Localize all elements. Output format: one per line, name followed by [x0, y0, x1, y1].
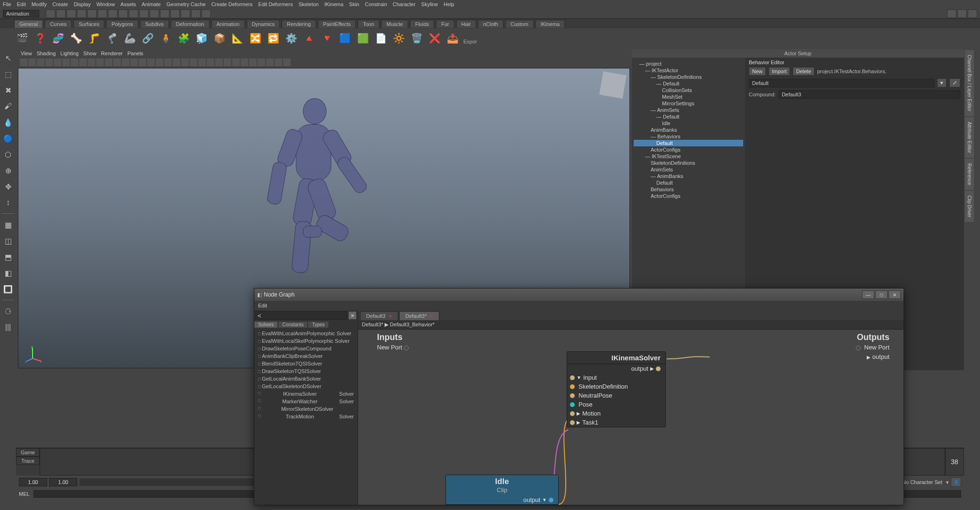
node-graph-edit-menu[interactable]: Edit: [258, 303, 267, 308]
graph-tab[interactable]: Default3✕: [360, 311, 398, 320]
status-button[interactable]: [67, 9, 76, 18]
viewport-tool-button[interactable]: [283, 59, 291, 66]
node-list-item[interactable]: MarkerWatcherSolver: [257, 398, 355, 405]
viewport-tool-button[interactable]: [249, 59, 257, 66]
status-button-right[interactable]: [947, 9, 956, 18]
node-list-item[interactable]: EvalWithLocalAnimPolymorphic Solver: [257, 330, 355, 337]
viewport-tool-button[interactable]: [113, 59, 121, 66]
solver-port-skeletondefinition[interactable]: SkeletonDefinition: [567, 382, 665, 391]
tree-item[interactable]: — Default: [634, 113, 743, 120]
shelf-button[interactable]: 📦: [211, 30, 227, 46]
tree-item[interactable]: Idle: [634, 120, 743, 127]
tree-item[interactable]: — IKTestScene: [634, 153, 743, 160]
tree-item[interactable]: Default: [634, 179, 743, 186]
tool-button[interactable]: 🔵: [1, 131, 15, 145]
viewport-menu-view[interactable]: View: [21, 51, 32, 56]
character-mesh[interactable]: [263, 98, 357, 287]
shelf-tab-animation[interactable]: Animation: [211, 20, 245, 28]
shelf-tab-toon[interactable]: Toon: [358, 20, 379, 28]
viewport-tool-button[interactable]: [232, 59, 240, 66]
tree-item[interactable]: MeshSet: [634, 94, 743, 100]
menu-help[interactable]: Help: [444, 1, 454, 7]
shelf-button[interactable]: 🧊: [193, 30, 209, 46]
view-cube[interactable]: [599, 71, 627, 99]
tool-button[interactable]: ⊕: [1, 163, 15, 178]
menu-constrain[interactable]: Constrain: [365, 1, 387, 7]
viewport-menu-lighting[interactable]: Lighting: [60, 51, 79, 56]
timeline-current-number[interactable]: 1.00: [49, 478, 77, 486]
tree-item[interactable]: — Behaviors: [634, 133, 743, 140]
shelf-button[interactable]: 🔗: [140, 30, 156, 46]
menu-skyline[interactable]: Skyline: [421, 1, 438, 7]
shelf-button[interactable]: ❓: [32, 30, 48, 46]
viewport-tool-button[interactable]: [20, 59, 27, 66]
tool-button[interactable]: ⬒: [1, 250, 15, 264]
menu-file[interactable]: File: [3, 1, 11, 7]
menu-skeleton[interactable]: Skeleton: [299, 1, 319, 7]
behavior-path-expand[interactable]: ⤢: [949, 78, 960, 87]
node-search-input[interactable]: [255, 311, 347, 320]
outputs-new-port[interactable]: New Port: [856, 344, 889, 351]
graph-breadcrumb[interactable]: Default3* ▶ Default3_Behavior*: [358, 320, 904, 330]
tool-button[interactable]: ⚆: [1, 304, 15, 318]
menu-create[interactable]: Create: [52, 1, 68, 7]
shelf-export-button[interactable]: 📤: [444, 30, 461, 46]
shelf-button[interactable]: 🦵: [86, 30, 102, 46]
status-button[interactable]: [77, 9, 86, 18]
shelf-button[interactable]: 📐: [229, 30, 245, 46]
menu-display[interactable]: Display: [74, 1, 91, 7]
viewport-tool-button[interactable]: [130, 59, 138, 66]
compound-field[interactable]: Default3: [779, 90, 960, 99]
status-button[interactable]: [46, 9, 55, 18]
viewport-tool-button[interactable]: [37, 59, 44, 66]
menu-modify[interactable]: Modify: [32, 1, 47, 7]
solver-output-port[interactable]: output ▶: [567, 364, 665, 373]
tree-item[interactable]: AnimBanks: [634, 127, 743, 133]
shelf-button[interactable]: 🔺: [301, 30, 317, 46]
shelf-button[interactable]: 🔆: [391, 30, 407, 46]
tool-button[interactable]: ▦: [1, 218, 15, 232]
tree-item[interactable]: ActorConfigs: [634, 193, 743, 199]
viewport-tool-button[interactable]: [275, 59, 282, 66]
viewport-tool-button[interactable]: [62, 59, 70, 66]
shelf-button[interactable]: ❌: [427, 30, 443, 46]
status-button[interactable]: [170, 9, 180, 18]
shelf-tab-rendering[interactable]: Rendering: [282, 20, 316, 28]
viewport-tool-button[interactable]: [266, 59, 274, 66]
shelf-button[interactable]: 🧍: [158, 30, 174, 46]
node-list-item[interactable]: MirrorSkeletonDSolver: [257, 405, 355, 413]
viewport-tool-button[interactable]: [139, 59, 146, 66]
viewport-tool-button[interactable]: [79, 59, 87, 66]
status-button-right[interactable]: [968, 9, 977, 18]
timeline-game-label[interactable]: Game: [16, 448, 40, 457]
viewport-tool-button[interactable]: [105, 59, 112, 66]
viewport-tool-button[interactable]: [164, 59, 172, 66]
node-category-tab-solvers[interactable]: Solvers: [254, 322, 277, 328]
tool-button[interactable]: ✖: [1, 83, 15, 97]
menu-geometry-cache[interactable]: Geometry Cache: [167, 1, 206, 7]
viewport-tool-button[interactable]: [28, 59, 36, 66]
shelf-tab-fur[interactable]: Fur: [436, 20, 454, 28]
node-list-item[interactable]: GetLocalSkeletonDSolver: [257, 382, 355, 390]
timeline-trace-label[interactable]: Trace: [16, 457, 40, 465]
node-search-clear[interactable]: ✕: [348, 311, 357, 320]
tab-close-icon[interactable]: ✕: [429, 314, 433, 319]
status-button[interactable]: [181, 9, 190, 18]
status-button[interactable]: [201, 9, 211, 18]
status-button[interactable]: [160, 9, 169, 18]
tool-button[interactable]: ⬡: [1, 147, 15, 162]
viewport-tool-button[interactable]: [71, 59, 78, 66]
status-button[interactable]: [56, 9, 66, 18]
shelf-tab-custom[interactable]: Custom: [505, 20, 534, 28]
viewport-tool-button[interactable]: [207, 59, 214, 66]
viewport-tool-button[interactable]: [224, 59, 231, 66]
viewport-tool-button[interactable]: [122, 59, 129, 66]
shelf-tab-general[interactable]: General: [14, 20, 43, 28]
graph-tab[interactable]: Default3*✕: [399, 311, 439, 320]
solver-port-neutralpose[interactable]: NeutralPose: [567, 391, 665, 400]
tool-button[interactable]: |||: [1, 320, 15, 334]
right-tab-channel-box-layer-editor[interactable]: Channel Box / Layer Editor: [965, 50, 974, 116]
shelf-button[interactable]: 🧬: [50, 30, 66, 46]
graph-node-idle[interactable]: Idle Clip output ▼: [445, 475, 559, 505]
status-button[interactable]: [139, 9, 149, 18]
